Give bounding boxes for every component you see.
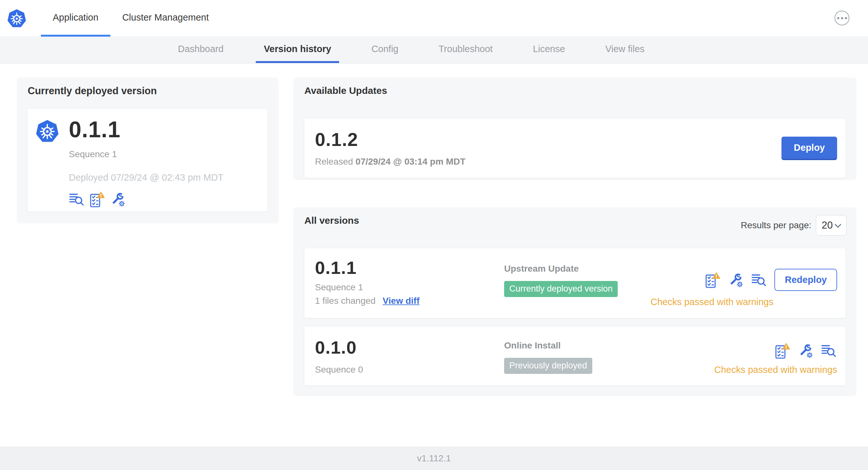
version-number: 0.1.0: [315, 338, 363, 358]
footer: v1.112.1: [0, 446, 868, 470]
config-icon[interactable]: [110, 191, 126, 207]
version-info: 0.1.1 Sequence 1 1 files changed View di…: [315, 258, 420, 306]
app-sub-nav: Dashboard Version history Config Trouble…: [0, 37, 868, 63]
version-source: Upstream Update Currently deployed versi…: [504, 264, 618, 297]
available-update-details: 0.1.2 Released 07/29/24 @ 03:14 pm MDT: [315, 130, 466, 167]
version-action-buttons: [775, 343, 837, 359]
deploy-button[interactable]: Deploy: [781, 137, 837, 160]
chevron-down-icon: [834, 223, 842, 228]
files-changed-label: 1 files changed: [315, 296, 375, 306]
tab-application-label: Application: [53, 12, 98, 23]
ellipsis-dot: [841, 17, 843, 19]
tab-dashboard-label: Dashboard: [178, 44, 224, 54]
deploy-logs-icon[interactable]: [751, 272, 767, 288]
kubernetes-app-icon: [35, 119, 60, 144]
current-version-number: 0.1.1: [69, 117, 224, 142]
version-row-0-1-0: 0.1.0 Sequence 0 Online Install Previous…: [304, 326, 846, 386]
ellipsis-menu-button[interactable]: [835, 11, 849, 25]
current-version-sequence: Sequence 1: [69, 149, 224, 160]
config-icon[interactable]: [728, 272, 744, 288]
tab-view-files[interactable]: View files: [597, 37, 652, 63]
admin-console-version: v1.112.1: [417, 453, 451, 464]
results-per-page-label: Results per page:: [741, 220, 811, 231]
tab-version-history[interactable]: Version history: [256, 37, 339, 63]
ellipsis-dot: [845, 17, 847, 19]
available-updates-panel: Available Updates 0.1.2 Released 07/29/2…: [293, 77, 857, 180]
deploy-logs-icon[interactable]: [69, 191, 85, 207]
tab-troubleshoot-label: Troubleshoot: [438, 44, 493, 54]
source-label: Online Install: [504, 340, 592, 351]
version-row-0-1-1: 0.1.1 Sequence 1 1 files changed View di…: [304, 248, 846, 318]
tab-version-history-label: Version history: [264, 44, 331, 54]
tab-license-label: License: [533, 44, 565, 54]
all-versions-panel: All versions Results per page: 20 0.1.1 …: [293, 207, 857, 396]
checks-status-text: Checks passed with warnings: [714, 365, 837, 375]
available-updates-title: Available Updates: [304, 85, 387, 96]
version-sequence: Sequence 0: [315, 365, 363, 375]
available-version-number: 0.1.2: [315, 130, 466, 149]
preflight-checks-warning-icon[interactable]: [89, 191, 105, 207]
version-sequence: Sequence 1: [315, 282, 420, 293]
currently-deployed-card: 0.1.1 Sequence 1 Deployed 07/29/24 @ 02:…: [27, 108, 268, 212]
version-action-buttons: Redeploy: [705, 269, 837, 291]
checks-status-text: Checks passed with warnings: [651, 297, 773, 307]
tab-cluster-management[interactable]: Cluster Management: [110, 0, 221, 37]
released-date: 07/29/24 @ 03:14 pm MDT: [355, 157, 466, 167]
top-tabs: Application Cluster Management: [41, 0, 221, 37]
currently-deployed-title: Currently deployed version: [28, 85, 157, 97]
current-version-deployed-timestamp: Deployed 07/29/24 @ 02:43 pm MDT: [69, 172, 224, 183]
current-version-actions: [69, 191, 224, 207]
tab-config-label: Config: [371, 44, 398, 54]
version-history-page: Application Cluster Management Dashboard…: [0, 0, 868, 470]
all-versions-title: All versions: [304, 215, 359, 226]
results-per-page-value: 20: [822, 220, 833, 231]
tab-license[interactable]: License: [525, 37, 573, 63]
kubernetes-logo-icon: [6, 8, 27, 29]
released-prefix: Released: [315, 157, 355, 167]
top-nav: Application Cluster Management: [0, 0, 868, 37]
view-diff-link[interactable]: View diff: [382, 296, 420, 306]
tab-troubleshoot[interactable]: Troubleshoot: [430, 37, 501, 63]
previously-deployed-badge: Previously deployed: [504, 358, 592, 374]
results-per-page-select[interactable]: 20: [816, 215, 846, 236]
deploy-logs-icon[interactable]: [821, 343, 837, 359]
preflight-checks-warning-icon[interactable]: [705, 272, 721, 288]
version-actions: Redeploy Checks passed with warnings: [651, 269, 837, 307]
tab-dashboard[interactable]: Dashboard: [170, 37, 231, 63]
redeploy-button[interactable]: Redeploy: [774, 269, 837, 291]
version-number: 0.1.1: [315, 258, 420, 278]
source-label: Upstream Update: [504, 264, 618, 274]
available-version-released: Released 07/29/24 @ 03:14 pm MDT: [315, 157, 466, 167]
tab-view-files-label: View files: [605, 44, 644, 54]
ellipsis-dot: [837, 17, 839, 19]
tab-application[interactable]: Application: [41, 0, 110, 37]
preflight-checks-warning-icon[interactable]: [775, 343, 791, 359]
currently-deployed-details: 0.1.1 Sequence 1 Deployed 07/29/24 @ 02:…: [69, 117, 224, 211]
currently-deployed-badge: Currently deployed version: [504, 281, 618, 297]
results-per-page: Results per page: 20: [741, 215, 846, 236]
available-update-card: 0.1.2 Released 07/29/24 @ 03:14 pm MDT D…: [304, 118, 846, 178]
tab-config[interactable]: Config: [363, 37, 406, 63]
files-changed-line: 1 files changed View diff: [315, 296, 420, 306]
currently-deployed-panel: Currently deployed version 0.1.1 Sequenc…: [17, 77, 279, 224]
tab-cluster-management-label: Cluster Management: [122, 12, 209, 23]
version-source: Online Install Previously deployed: [504, 340, 592, 374]
config-icon[interactable]: [798, 343, 814, 359]
version-info: 0.1.0 Sequence 0: [315, 338, 363, 375]
version-actions: Checks passed with warnings: [714, 343, 837, 375]
